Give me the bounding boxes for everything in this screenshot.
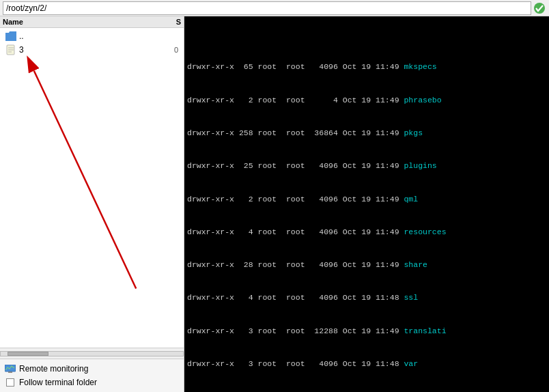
col-size-header: S (160, 18, 181, 26)
svg-rect-8 (8, 372, 12, 373)
follow-terminal-label: Follow terminal folder (19, 378, 97, 387)
term-line: drwxr-xr-x 3 root root 4096 Oct 19 11:48… (187, 359, 546, 369)
file-list: .. 3 0 (0, 28, 184, 348)
file-name: 3 (19, 45, 158, 55)
term-line: drwxr-xr-x 3 root root 12288 Oct 19 11:4… (187, 326, 546, 337)
remote-monitoring-option[interactable]: Remote monitoring (4, 362, 180, 376)
file-name: .. (19, 31, 158, 41)
left-panel: Name S .. (0, 16, 184, 392)
list-item[interactable]: .. (0, 29, 184, 43)
address-input[interactable] (3, 1, 531, 15)
term-line: drwxr-xr-x 65 root root 4096 Oct 19 11:4… (187, 61, 546, 72)
list-item[interactable]: 3 0 (0, 43, 184, 57)
checkbox-icon (4, 378, 16, 387)
term-line: drwxr-xr-x 28 root root 4096 Oct 19 11:4… (187, 260, 546, 270)
term-line: drwxr-xr-x 2 root root 4 Oct 19 11:49 ph… (187, 95, 546, 106)
term-line: drwxr-xr-x 2 root root 4096 Oct 19 11:49… (187, 194, 546, 205)
horizontal-scrollbar[interactable] (0, 348, 184, 359)
remote-monitoring-label: Remote monitoring (19, 364, 88, 374)
col-name-header: Name (3, 18, 160, 26)
terminal-panel: drwxr-xr-x 65 root root 4096 Oct 19 11:4… (184, 16, 549, 392)
ok-icon (533, 1, 546, 15)
term-line: drwxr-xr-x 4 root root 4096 Oct 19 11:48… (187, 292, 546, 303)
left-panel-bottom: Remote monitoring Follow terminal folder (0, 348, 184, 392)
file-size: 0 (158, 46, 178, 54)
file-list-header: Name S (0, 16, 184, 28)
main-content: Name S .. (0, 16, 549, 392)
follow-terminal-option[interactable]: Follow terminal folder (4, 376, 180, 389)
term-line: drwxr-xr-x 4 root root 4096 Oct 19 11:49… (187, 227, 546, 238)
term-line: drwxr-xr-x 258 root root 36864 Oct 19 11… (187, 128, 546, 139)
terminal-content: drwxr-xr-x 65 root root 4096 Oct 19 11:4… (187, 40, 546, 392)
svg-point-0 (534, 3, 545, 14)
doc-icon (5, 44, 16, 55)
scrollbar-track (0, 351, 184, 356)
folder-icon (5, 31, 16, 42)
monitor-icon (4, 364, 16, 374)
bottom-options: Remote monitoring Follow terminal folder (0, 359, 184, 392)
address-bar (0, 0, 549, 16)
scrollbar-thumb (8, 352, 48, 356)
term-line: drwxr-xr-x 25 root root 4096 Oct 19 11:4… (187, 160, 546, 171)
